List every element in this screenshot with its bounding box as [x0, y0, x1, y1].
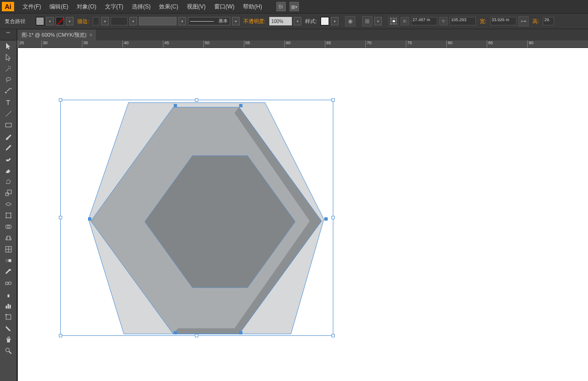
menu-type[interactable]: 文字(T): [101, 1, 127, 13]
scale-tool[interactable]: [0, 187, 17, 198]
reference-point[interactable]: [388, 16, 399, 26]
direct-selection-tool[interactable]: [0, 52, 17, 63]
zoom-tool[interactable]: [0, 345, 17, 357]
perspective-tool[interactable]: [0, 232, 17, 244]
rectangle-tool[interactable]: [0, 119, 17, 131]
eyedropper-tool[interactable]: [0, 266, 17, 278]
anchor-point[interactable]: [239, 104, 242, 107]
bbox-handle-tr[interactable]: [331, 98, 335, 102]
canvas[interactable]: [18, 48, 588, 381]
ruler-mark: 30: [41, 40, 82, 48]
bbox-handle-bl[interactable]: [59, 334, 62, 337]
opacity-dropdown[interactable]: [294, 17, 301, 25]
paintbrush-tool[interactable]: [0, 131, 17, 142]
selection-tool[interactable]: [0, 40, 17, 52]
menu-effect[interactable]: 效果(C): [155, 1, 182, 13]
menu-help[interactable]: 帮助(H): [239, 1, 266, 13]
mesh-tool[interactable]: [0, 244, 17, 255]
w-input[interactable]: 33.926 m: [490, 17, 516, 25]
svg-text:T: T: [6, 99, 10, 106]
style-swatch[interactable]: [321, 17, 329, 25]
svg-rect-21: [8, 304, 9, 309]
blob-brush-tool[interactable]: [0, 153, 17, 165]
stroke-profile-input[interactable]: [111, 17, 128, 25]
bbox-handle-ml[interactable]: [59, 216, 62, 219]
selection-bounding-box[interactable]: [60, 100, 333, 336]
menu-view[interactable]: 视图(V): [183, 1, 209, 13]
selection-type-label: 复合路径: [5, 18, 25, 25]
app-icon: Ai: [2, 2, 14, 11]
close-tab-icon[interactable]: ×: [89, 32, 92, 38]
shape-builder-tool[interactable]: [0, 221, 17, 232]
stroke-weight-input[interactable]: [93, 17, 99, 25]
ruler-mark: 50: [203, 40, 244, 48]
svg-point-8: [10, 213, 11, 214]
stroke-profile-dropdown[interactable]: [129, 17, 137, 25]
ruler-mark: 60: [284, 40, 325, 48]
symbol-sprayer-tool[interactable]: [0, 289, 17, 300]
bbox-handle-bc[interactable]: [195, 334, 198, 337]
brush-select[interactable]: 基本: [188, 17, 230, 25]
brush-def-dropdown[interactable]: [178, 17, 186, 25]
line-tool[interactable]: [0, 108, 17, 119]
bbox-handle-tc[interactable]: [195, 98, 198, 102]
x-input[interactable]: 27.487 m: [411, 17, 437, 25]
stroke-swatch[interactable]: [56, 17, 64, 25]
bbox-handle-mr[interactable]: [331, 216, 335, 219]
gradient-tool[interactable]: [0, 255, 17, 266]
style-dropdown[interactable]: [331, 17, 338, 25]
menu-select[interactable]: 选择(S): [128, 1, 154, 13]
bbox-handle-br[interactable]: [331, 334, 335, 337]
slice-tool[interactable]: [0, 323, 17, 334]
x-label: X:: [401, 17, 409, 25]
link-icon[interactable]: ⊶: [518, 16, 529, 26]
bridge-icon[interactable]: Br: [276, 2, 286, 11]
arrange-icon[interactable]: ▦▾: [290, 2, 299, 11]
h-input[interactable]: 29.: [543, 17, 554, 25]
opacity-input[interactable]: 100%: [269, 17, 292, 25]
rotate-tool[interactable]: [0, 176, 17, 187]
y-input[interactable]: 105.293: [450, 17, 476, 25]
align-icon[interactable]: ⊞: [362, 16, 372, 26]
artboard-tool[interactable]: [0, 311, 17, 323]
pencil-tool[interactable]: [0, 142, 17, 153]
magic-wand-tool[interactable]: [0, 63, 17, 74]
width-tool[interactable]: [0, 198, 17, 210]
type-tool[interactable]: T: [0, 97, 17, 108]
menu-window[interactable]: 窗口(W): [210, 1, 238, 13]
brush-dropdown[interactable]: [232, 17, 240, 25]
anchor-point[interactable]: [239, 331, 242, 334]
pen-tool[interactable]: [0, 86, 17, 97]
free-transform-tool[interactable]: [0, 210, 17, 221]
blend-tool[interactable]: [0, 278, 17, 289]
h-label: 高:: [532, 18, 539, 25]
horizontal-ruler[interactable]: 25 30 35 40 45 50 55 60 65 70 75 80 85 9…: [18, 40, 588, 48]
stroke-dropdown[interactable]: [66, 17, 73, 25]
style-label: 样式:: [305, 18, 317, 25]
column-graph-tool[interactable]: [0, 300, 17, 311]
align-dropdown[interactable]: [374, 17, 382, 25]
document-tab[interactable]: 图-1* @ 600% (CMYK/预览) ×: [18, 30, 96, 40]
brush-definition[interactable]: [139, 17, 177, 25]
svg-point-19: [8, 282, 11, 285]
stroke-weight-dropdown[interactable]: [101, 17, 109, 25]
w-label: 宽:: [480, 18, 486, 25]
expand-panels-button[interactable]: [0, 29, 17, 36]
bbox-handle-tl[interactable]: [59, 98, 62, 102]
lasso-tool[interactable]: [0, 74, 17, 86]
options-bar: 复合路径 描边: 基本 不透明度: 100% 样式: ◉ ⊞ X: 27.487…: [0, 13, 588, 29]
menu-edit[interactable]: 编辑(E): [46, 1, 72, 13]
anchor-point[interactable]: [174, 331, 177, 334]
toolbar-grip[interactable]: [0, 36, 16, 40]
hand-tool[interactable]: [0, 334, 17, 345]
anchor-point[interactable]: [174, 104, 177, 107]
svg-rect-17: [6, 259, 8, 262]
recolor-icon[interactable]: ◉: [345, 16, 355, 26]
menu-object[interactable]: 对象(O): [73, 1, 100, 13]
fill-swatch[interactable]: [36, 17, 44, 25]
menu-file[interactable]: 文件(F): [19, 1, 45, 13]
anchor-point[interactable]: [324, 217, 328, 221]
anchor-point[interactable]: [88, 217, 91, 221]
fill-dropdown[interactable]: [46, 17, 54, 25]
eraser-tool[interactable]: [0, 165, 17, 176]
